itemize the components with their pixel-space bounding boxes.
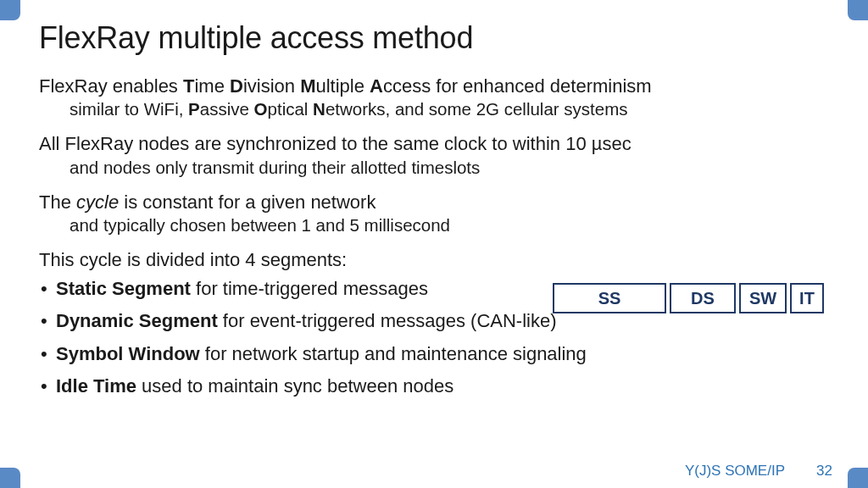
text: similar to WiFi, — [70, 99, 188, 119]
corner-decoration-bl — [0, 468, 20, 488]
text: ime — [194, 75, 230, 97]
bullet-bold: Symbol Window — [56, 343, 200, 364]
bold-n: N — [313, 99, 326, 119]
text: The — [39, 191, 76, 213]
corner-decoration-br — [848, 468, 868, 488]
bold-p: P — [188, 99, 200, 119]
slide-footer: Y(J)S SOME/IP 32 — [685, 463, 832, 480]
bullet-rest: used to maintain sync between nodes — [136, 375, 453, 396]
para-tdma-sub: similar to WiFi, Passive Optical Network… — [39, 98, 829, 120]
list-item: Idle Time used to maintain sync between … — [39, 374, 829, 398]
bullet-rest: for network startup and maintenance sign… — [200, 343, 587, 364]
segment-box-sw: SW — [739, 283, 787, 313]
bullet-rest: for time-triggered messages — [191, 278, 428, 299]
slide-content: FlexRay multiple access method FlexRay e… — [0, 0, 868, 415]
bold-o: O — [254, 99, 268, 119]
bullet-bold: Static Segment — [56, 278, 191, 299]
corner-decoration-tr — [848, 0, 868, 20]
bullet-bold: Idle Time — [56, 375, 136, 396]
corner-decoration-tl — [0, 0, 20, 20]
text: ultiple — [315, 75, 370, 97]
text: ptical — [268, 99, 314, 119]
segment-box-it: IT — [790, 283, 824, 313]
segment-box-ds: DS — [670, 283, 736, 313]
bold-m: M — [300, 75, 315, 97]
bullet-rest: for event-triggered messages (CAN-like) — [218, 310, 557, 331]
footer-tag: Y(J)S SOME/IP — [685, 463, 785, 480]
text: FlexRay enables — [39, 75, 183, 97]
para-cycle-sub: and typically chosen between 1 and 5 mil… — [39, 214, 829, 236]
text: All FlexRay nodes are synchronized to th… — [39, 133, 632, 154]
text: etworks, and some 2G cellular systems — [326, 99, 628, 119]
text: ccess for enhanced determinism — [383, 75, 652, 97]
text: assive — [200, 99, 254, 119]
italic-cycle: cycle — [76, 191, 119, 213]
bullet-bold: Dynamic Segment — [56, 310, 218, 331]
para-sync: All FlexRay nodes are synchronized to th… — [39, 132, 829, 178]
text: is constant for a given network — [119, 191, 376, 213]
slide-body: FlexRay enables Time Division Multiple A… — [39, 75, 829, 398]
para-tdma: FlexRay enables Time Division Multiple A… — [39, 75, 829, 120]
text: ivision — [243, 75, 300, 97]
bold-t: T — [183, 75, 194, 97]
slide-title: FlexRay multiple access method — [39, 20, 829, 56]
cycle-diagram: SS DS SW IT — [553, 283, 824, 313]
bold-d: D — [230, 75, 243, 97]
para-sync-sub: and nodes only transmit during their all… — [39, 157, 829, 179]
para-segments-intro: This cycle is divided into 4 segments: — [39, 248, 829, 272]
page-number: 32 — [812, 463, 832, 480]
bold-a: A — [370, 75, 383, 97]
list-item: Symbol Window for network startup and ma… — [39, 342, 829, 366]
segment-box-ss: SS — [553, 283, 666, 313]
para-cycle: The cycle is constant for a given networ… — [39, 191, 829, 236]
